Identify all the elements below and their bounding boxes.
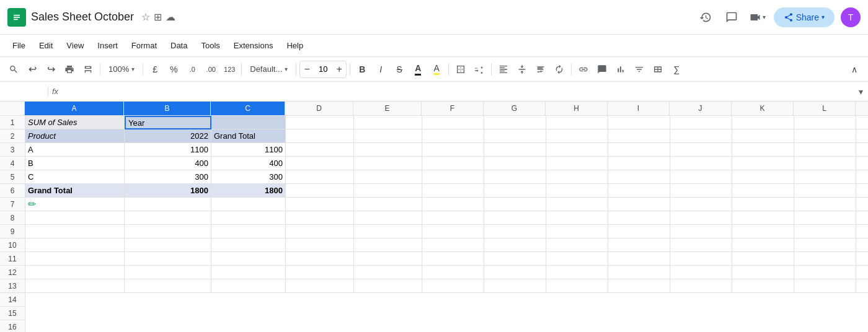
cell-m7[interactable] (856, 198, 868, 211)
cell-h4[interactable] (546, 157, 608, 170)
row-header-3[interactable]: 3 (0, 143, 25, 157)
cell-g5[interactable] (484, 170, 546, 184)
link-button[interactable] (575, 61, 592, 78)
cell-i6[interactable] (608, 184, 670, 198)
cell-g2[interactable] (484, 129, 546, 143)
chart-button[interactable] (612, 61, 629, 78)
menu-extensions[interactable]: Extensions (228, 38, 280, 53)
cell-e7[interactable] (354, 198, 422, 211)
cell-j4[interactable] (670, 157, 732, 170)
cell-b5[interactable]: 300 (125, 170, 211, 184)
col-header-b[interactable]: B (124, 102, 211, 115)
cell-d6[interactable] (286, 184, 354, 198)
cell-h3[interactable] (546, 143, 608, 157)
cell-f2[interactable] (422, 129, 484, 143)
cell-c1[interactable] (211, 116, 286, 129)
menu-insert[interactable]: Insert (91, 38, 124, 53)
hide-formula-button[interactable]: ∧ (846, 61, 863, 78)
cell-j5[interactable] (670, 170, 732, 184)
col-header-k[interactable]: K (732, 102, 794, 115)
cell-h1[interactable] (546, 116, 608, 129)
col-header-c[interactable]: C (211, 102, 285, 115)
row-header-7[interactable]: 7 (0, 198, 25, 211)
wrap-button[interactable] (532, 61, 549, 78)
cell-a5[interactable]: C (25, 170, 125, 184)
valign-button[interactable] (513, 61, 531, 78)
cell-b1[interactable]: Year (125, 116, 211, 129)
cell-m3[interactable] (856, 143, 868, 157)
cell-a2[interactable]: Product (25, 129, 125, 143)
cell-d1[interactable] (286, 116, 354, 129)
cell-b2[interactable]: 2022 (125, 129, 211, 143)
row-header-8[interactable]: 8 (0, 211, 25, 225)
star-icon[interactable]: ☆ (141, 11, 150, 23)
chat-icon[interactable] (722, 7, 742, 27)
col-header-d[interactable]: D (285, 102, 353, 115)
expand-formula-icon[interactable]: ▾ (859, 87, 863, 97)
cell-i4[interactable] (608, 157, 670, 170)
cell-b3[interactable]: 1100 (125, 143, 211, 157)
row-header-16[interactable]: 16 (0, 320, 25, 332)
cell-e6[interactable] (354, 184, 422, 198)
row-header-2[interactable]: 2 (0, 129, 25, 143)
cell-m2[interactable] (856, 129, 868, 143)
cell-j7[interactable] (670, 198, 732, 211)
cell-c3[interactable]: 1100 (211, 143, 286, 157)
row-header-4[interactable]: 4 (0, 157, 25, 170)
percent-button[interactable]: % (165, 61, 182, 78)
highlight-button[interactable]: A (428, 61, 445, 78)
format-123-button[interactable]: 123 (221, 61, 238, 78)
cell-l2[interactable] (794, 129, 856, 143)
cell-g4[interactable] (484, 157, 546, 170)
cell-d3[interactable] (286, 143, 354, 157)
avatar[interactable]: T (841, 7, 861, 27)
menu-data[interactable]: Data (164, 38, 193, 53)
cell-j6[interactable] (670, 184, 732, 198)
menu-help[interactable]: Help (280, 38, 309, 53)
cell-m1[interactable] (856, 116, 868, 129)
row-header-10[interactable]: 10 (0, 238, 25, 252)
font-family-dropdown[interactable]: Default... ▾ (245, 61, 293, 78)
cell-d2[interactable] (286, 129, 354, 143)
cell-i2[interactable] (608, 129, 670, 143)
cell-a1[interactable]: SUM of Sales (25, 116, 125, 129)
doc-title[interactable]: Sales Sheet October (31, 11, 134, 24)
cell-l4[interactable] (794, 157, 856, 170)
bold-button[interactable]: B (353, 61, 371, 78)
cell-l6[interactable] (794, 184, 856, 198)
row-header-13[interactable]: 13 (0, 279, 25, 293)
cell-a6[interactable]: Grand Total (25, 184, 125, 198)
row-header-11[interactable]: 11 (0, 252, 25, 266)
col-header-l[interactable]: L (794, 102, 856, 115)
row-header-15[interactable]: 15 (0, 307, 25, 320)
cell-b7[interactable] (125, 198, 211, 211)
cell-f1[interactable] (422, 116, 484, 129)
cell-h5[interactable] (546, 170, 608, 184)
cell-h7[interactable] (546, 198, 608, 211)
strikethrough-button[interactable]: S (391, 61, 408, 78)
cell-i3[interactable] (608, 143, 670, 157)
cell-l7[interactable] (794, 198, 856, 211)
italic-button[interactable]: I (372, 61, 389, 78)
merge-cells-button[interactable] (471, 61, 488, 78)
cell-g1[interactable] (484, 116, 546, 129)
row-header-14[interactable]: 14 (0, 293, 25, 307)
cell-m5[interactable] (856, 170, 868, 184)
function-button[interactable]: ∑ (668, 61, 685, 78)
cell-l5[interactable] (794, 170, 856, 184)
menu-edit[interactable]: Edit (33, 38, 59, 53)
text-color-button[interactable]: A (409, 61, 427, 78)
print-button[interactable] (61, 61, 78, 78)
rotate-button[interactable] (551, 61, 568, 78)
cell-d5[interactable] (286, 170, 354, 184)
cell-i5[interactable] (608, 170, 670, 184)
cell-m4[interactable] (856, 157, 868, 170)
cell-h2[interactable] (546, 129, 608, 143)
cell-i1[interactable] (608, 116, 670, 129)
cell-b6[interactable]: 1800 (125, 184, 211, 198)
freeze-button[interactable] (649, 61, 666, 78)
font-size-increase-button[interactable]: + (332, 61, 346, 77)
cell-k5[interactable] (732, 170, 794, 184)
comment-button[interactable] (593, 61, 611, 78)
cell-l3[interactable] (794, 143, 856, 157)
